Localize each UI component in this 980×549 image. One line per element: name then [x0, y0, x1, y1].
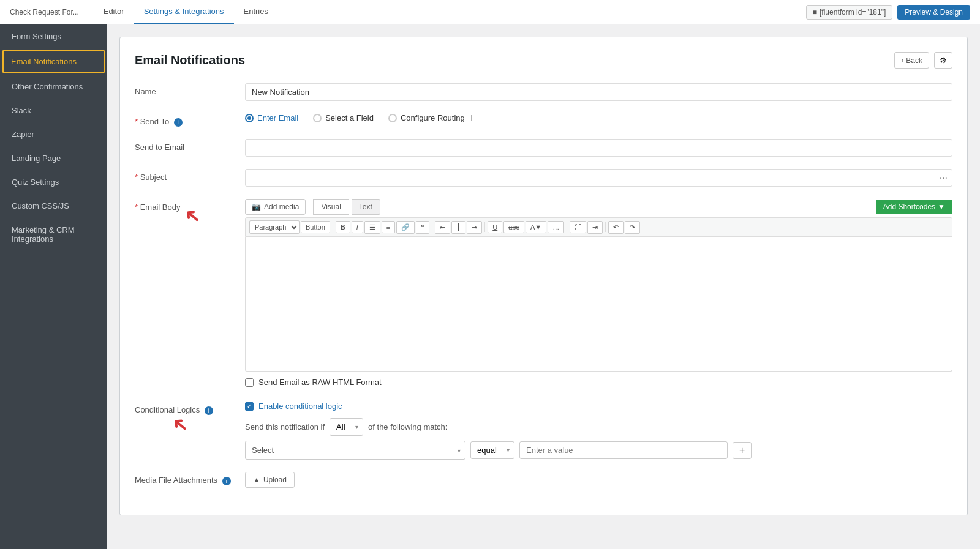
tab-entries[interactable]: Entries [234, 0, 278, 24]
main-layout: Form Settings Email Notifications Other … [0, 24, 980, 549]
sidebar-item-custom-css[interactable]: Custom CSS/JS [0, 194, 107, 218]
add-shortcodes-button[interactable]: Add Shortcodes ▼ [876, 200, 952, 214]
button-format-btn[interactable]: Button [301, 221, 330, 233]
radio-circle-enter-email [245, 114, 254, 122]
send-to-info-icon[interactable]: i [174, 118, 183, 127]
topbar-nav: Editor Settings & Integrations Entries [94, 0, 278, 24]
email-body-row: * Email Body ➜ 📷 Add media Visual Te [135, 199, 952, 372]
ol-button[interactable]: ≡ [382, 221, 395, 233]
redo-button[interactable]: ↷ [625, 221, 640, 234]
media-file-row: Media File Attachments i ▲ Upload [135, 472, 952, 488]
back-button[interactable]: ‹ Back [894, 52, 929, 69]
topbar-left: Check Request For... Editor Settings & I… [10, 0, 278, 24]
sidebar-item-email-notifications[interactable]: Email Notifications [2, 50, 105, 73]
conditional-logics-info-icon[interactable]: i [205, 406, 213, 415]
radio-group-send-to: Enter Email Select a Field Configure Rou… [245, 113, 952, 122]
paragraph-select[interactable]: Paragraph [249, 220, 300, 234]
raw-html-checkbox[interactable] [245, 378, 254, 387]
undo-button[interactable]: ↶ [608, 221, 624, 234]
enable-logic-label[interactable]: Enable conditional logic [258, 401, 342, 411]
media-file-info-icon[interactable]: i [222, 477, 231, 485]
arrow-annotation-2: ➜ [166, 411, 194, 439]
send-to-email-control [245, 139, 952, 157]
sidebar-item-marketing-crm[interactable]: Marketing & CRM Integrations [0, 218, 107, 251]
ul-button[interactable]: ☰ [364, 221, 380, 234]
editor-format-bar: Paragraph Button B I ☰ ≡ 🔗 ❝ ⇤ ┃ ⇥ [245, 217, 952, 237]
add-condition-button[interactable]: + [733, 442, 752, 459]
tab-visual[interactable]: Visual [313, 199, 349, 215]
radio-configure-routing[interactable]: Configure Routing i [388, 113, 473, 122]
condition-all-select[interactable]: All [330, 418, 363, 436]
sidebar-item-other-confirmations[interactable]: Other Confirmations [0, 75, 107, 99]
topbar-right: ■ [fluentform id="181"] Preview & Design [806, 5, 970, 20]
page-title-actions: ‹ Back ⚙ [894, 52, 952, 69]
underline-button[interactable]: U [488, 221, 502, 233]
radio-enter-email[interactable]: Enter Email [245, 113, 298, 122]
separator-3 [484, 222, 485, 232]
sidebar-item-slack[interactable]: Slack [0, 99, 107, 122]
condition-all-wrap: All [330, 418, 363, 436]
conditional-logics-row: Conditional Logics i ➜ Enable conditiona… [135, 401, 952, 460]
subject-input[interactable] [245, 169, 952, 187]
tab-editor[interactable]: Editor [94, 0, 134, 24]
condition-value-input[interactable] [519, 441, 728, 459]
send-to-row: * Send To i Enter Email Select a Field [135, 113, 952, 127]
shortcode-text: [fluentform id="181"] [820, 8, 886, 17]
configure-routing-info-icon[interactable]: i [471, 113, 473, 122]
name-control [245, 83, 952, 101]
separator-2 [432, 222, 432, 232]
condition-row: Send this notification if All of the fol… [245, 418, 952, 436]
color-button[interactable]: A▼ [526, 221, 546, 233]
enable-logic-checkbox[interactable] [245, 402, 254, 411]
back-label: Back [906, 56, 922, 65]
align-right-button[interactable]: ⇥ [467, 221, 482, 234]
email-body-label: * Email Body ➜ [135, 199, 245, 212]
email-body-control: 📷 Add media Visual Text Add Shortcodes ▼ [245, 199, 952, 372]
condition-equal-select[interactable]: equal [470, 441, 514, 459]
page-title: Email Notifications [135, 53, 245, 67]
select-field-label: Select a Field [325, 113, 374, 122]
content-area: Email Notifications ‹ Back ⚙ Name [119, 37, 968, 515]
condition-equal-wrap: equal [470, 441, 514, 459]
sidebar-item-form-settings[interactable]: Form Settings [0, 24, 107, 48]
raw-html-row: Send Email as RAW HTML Format [245, 378, 952, 387]
sidebar-item-quiz-settings[interactable]: Quiz Settings [0, 170, 107, 194]
arrow-annotation-1: ➜ [178, 203, 206, 231]
tab-text[interactable]: Text [352, 199, 380, 215]
radio-select-field[interactable]: Select a Field [313, 113, 374, 122]
editor-toolbar-top: 📷 Add media Visual Text Add Shortcodes ▼ [245, 199, 952, 215]
sidebar-item-landing-page[interactable]: Landing Page [0, 146, 107, 170]
conditional-logics-control: Enable conditional logic Send this notif… [245, 401, 952, 460]
preview-design-button[interactable]: Preview & Design [897, 5, 970, 20]
indent-button[interactable]: ⇥ [587, 221, 603, 234]
table-button[interactable]: ⛶ [570, 221, 586, 233]
condition-if-label: Send this notification if [245, 422, 325, 431]
send-to-email-input[interactable] [245, 139, 952, 157]
shortcode-button[interactable]: ■ [fluentform id="181"] [806, 5, 893, 20]
subject-dots-button[interactable]: ··· [940, 173, 948, 184]
add-media-button[interactable]: 📷 Add media [245, 199, 306, 215]
align-left-button[interactable]: ⇤ [435, 221, 450, 234]
upload-button[interactable]: ▲ Upload [245, 472, 295, 488]
main-content: Email Notifications ‹ Back ⚙ Name [107, 24, 980, 549]
link-button[interactable]: 🔗 [396, 221, 415, 234]
quote-button[interactable]: ❝ [416, 221, 429, 234]
raw-html-wrap: Send Email as RAW HTML Format [245, 378, 382, 387]
editor-body[interactable] [245, 237, 952, 372]
condition-field-select[interactable]: Select [245, 441, 466, 460]
name-input[interactable] [245, 83, 952, 101]
add-media-label: Add media [264, 203, 299, 211]
sidebar-item-zapier[interactable]: Zapier [0, 122, 107, 146]
more-button[interactable]: … [548, 221, 564, 233]
radio-circle-configure-routing [388, 114, 397, 122]
media-file-control: ▲ Upload [245, 472, 952, 488]
settings-icon-button[interactable]: ⚙ [934, 52, 952, 69]
upload-icon: ▲ [253, 476, 260, 484]
tab-settings[interactable]: Settings & Integrations [134, 0, 234, 24]
strikethrough-button[interactable]: abc [503, 221, 524, 233]
name-label: Name [135, 83, 245, 96]
condition-field-select-wrap: Select [245, 441, 466, 460]
align-center-button[interactable]: ┃ [451, 221, 466, 234]
italic-button[interactable]: I [352, 221, 363, 233]
bold-button[interactable]: B [336, 221, 350, 233]
